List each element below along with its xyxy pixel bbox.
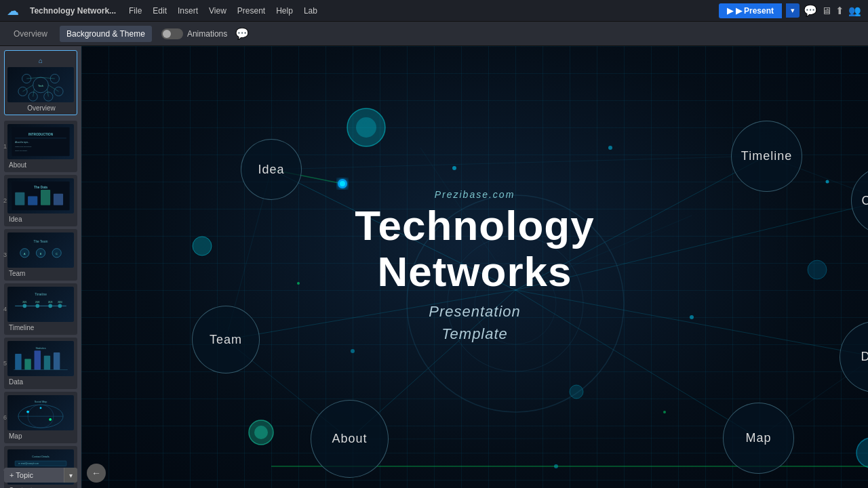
slide-number-6: 6 [3, 414, 7, 421]
node-data-label: Data [861, 350, 868, 364]
upload-icon[interactable]: ⬆ [835, 5, 844, 17]
menu-present[interactable]: Present [237, 6, 265, 16]
menu-bar: File Edit Insert View Present Help Lab [129, 6, 708, 16]
svg-line-11 [48, 85, 58, 91]
add-topic-dropdown-button[interactable]: ▾ [64, 468, 77, 483]
svg-rect-24 [41, 190, 50, 205]
svg-rect-46 [35, 350, 41, 369]
tab-overview[interactable]: Overview [7, 26, 54, 42]
svg-text:2023: 2023 [48, 301, 53, 304]
main-layout: ⌂ Tech [0, 46, 868, 488]
main-title: Technology Networks [355, 203, 594, 295]
slide-6-label: Map [7, 432, 74, 440]
slide-1-thumbnail: INTRODUCTION About the topic... Details … [7, 124, 74, 159]
svg-rect-44 [15, 354, 21, 370]
slide-thumb-4[interactable]: 4 Timeline 2021 2022 2023 2024 Timeline [4, 283, 77, 335]
main-title-line1: Technology [355, 202, 594, 249]
sidebar: ⌂ Tech [0, 46, 81, 488]
sub-title: Presentation Template [355, 300, 594, 345]
node-about-label: About [332, 432, 367, 446]
back-arrow-button[interactable]: ← [87, 464, 106, 483]
svg-text:Contact Details: Contact Details [32, 455, 50, 458]
menu-lab[interactable]: Lab [304, 6, 317, 16]
slide-number-2: 2 [3, 197, 7, 204]
svg-line-10 [23, 85, 33, 91]
svg-text:✉ email@example.com: ✉ email@example.com [18, 462, 39, 465]
slide-3-thumbnail: The Team A B C [7, 232, 74, 268]
node-team[interactable]: Team [192, 306, 260, 373]
svg-point-1 [22, 74, 31, 83]
svg-text:Tech: Tech [38, 85, 43, 87]
slide-5-label: Data [7, 378, 74, 386]
slide-number-4: 4 [3, 306, 7, 312]
node-team-label: Team [210, 333, 242, 347]
right-toolbar: ▶ ▶ Present ▾ 💬 🖥 ⬆ 👥 [719, 3, 861, 18]
slide-4-thumbnail: Timeline 2021 2022 2023 2024 [7, 287, 74, 322]
svg-text:The Data: The Data [34, 186, 47, 189]
svg-point-54 [26, 411, 29, 413]
slide-2-label: Idea [7, 216, 74, 223]
overview-thumbnail-image: Tech [7, 67, 74, 102]
svg-point-4 [54, 87, 63, 96]
menu-view[interactable]: View [209, 6, 226, 16]
menu-file[interactable]: File [129, 6, 142, 16]
topbar: ☁ Technology Network... File Edit Insert… [0, 0, 868, 22]
svg-point-3 [18, 87, 27, 96]
svg-point-35 [23, 304, 27, 308]
slide-thumb-2[interactable]: 2 The Data Idea [4, 175, 77, 226]
slide-thumb-3[interactable]: 3 The Team A B C Team [4, 229, 77, 281]
svg-text:2024: 2024 [58, 301, 62, 304]
svg-text:C: C [56, 253, 58, 256]
canvas-area: Prezibase.com Technology Networks Presen… [81, 46, 868, 488]
svg-point-2 [50, 74, 59, 83]
svg-text:The Team: The Team [34, 240, 48, 243]
svg-rect-48 [54, 352, 60, 370]
animations-toggle: Animations [161, 28, 227, 39]
slide-thumb-overview[interactable]: ⌂ Tech [4, 50, 77, 115]
users-icon[interactable]: 👥 [848, 5, 861, 17]
svg-text:Timeline: Timeline [35, 293, 47, 296]
slide-thumb-1[interactable]: 1 INTRODUCTION About the topic... Detail… [4, 121, 77, 172]
svg-line-8 [26, 77, 41, 79]
node-idea[interactable]: Idea [241, 139, 302, 200]
svg-text:Social Map: Social Map [35, 401, 47, 403]
present-dropdown-button[interactable]: ▾ [786, 3, 800, 18]
node-about[interactable]: About [311, 400, 389, 478]
svg-line-9 [41, 77, 55, 79]
comments-icon[interactable]: 💬 [804, 4, 817, 17]
present-label: ▶ Present [736, 6, 774, 16]
animations-label: Animations [187, 29, 227, 39]
main-title-line2: Networks [377, 248, 572, 295]
svg-text:INTRODUCTION: INTRODUCTION [28, 133, 54, 136]
svg-text:About the topic...: About the topic... [15, 141, 29, 144]
node-map[interactable]: Map [723, 403, 794, 474]
center-text: Prezibase.com Technology Networks Presen… [355, 189, 594, 345]
svg-text:2021: 2021 [22, 301, 27, 304]
secondbar: Overview Background & Theme Animations 💬 [0, 22, 868, 46]
menu-edit[interactable]: Edit [153, 6, 167, 16]
node-idea-label: Idea [258, 163, 284, 177]
slide-number-1: 1 [3, 143, 7, 150]
slide-5-thumbnail: Statistics [7, 341, 74, 376]
present-button[interactable]: ▶ ▶ Present [719, 3, 782, 18]
node-timeline[interactable]: Timeline [731, 121, 802, 192]
menu-help[interactable]: Help [276, 6, 293, 16]
slide-thumb-6[interactable]: 6 Social Map Map [4, 392, 77, 443]
share-screen-icon[interactable]: 🖥 [821, 5, 831, 16]
slide-4-label: Timeline [7, 324, 74, 331]
slide-6-thumbnail: Social Map [7, 395, 74, 430]
svg-rect-22 [15, 192, 24, 205]
svg-point-38 [58, 304, 62, 308]
menu-insert[interactable]: Insert [178, 6, 198, 16]
toggle-knob [163, 30, 171, 38]
back-arrow-icon: ← [92, 468, 101, 479]
slide-2-thumbnail: The Data [7, 178, 74, 214]
svg-line-13 [47, 89, 48, 96]
add-topic-button[interactable]: + Topic [4, 468, 64, 483]
animations-switch[interactable] [161, 28, 183, 39]
slide-thumb-5[interactable]: 5 Statistics Data [4, 338, 77, 389]
svg-rect-47 [44, 356, 50, 370]
tab-background-theme[interactable]: Background & Theme [60, 26, 152, 42]
comment-bubble-icon[interactable]: 💬 [235, 27, 249, 40]
slide-number-3: 3 [3, 251, 7, 258]
